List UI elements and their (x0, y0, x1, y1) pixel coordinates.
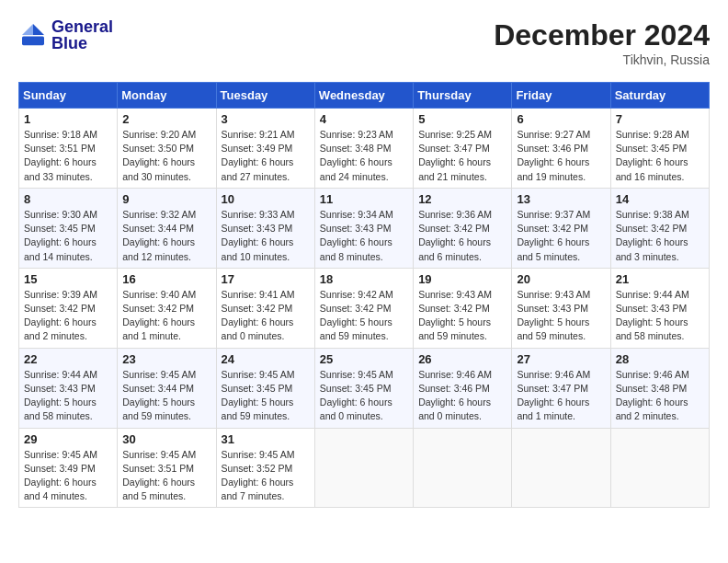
day-number: 6 (517, 112, 605, 126)
day-number: 30 (122, 432, 210, 446)
calendar-cell: 21Sunrise: 9:44 AMSunset: 3:43 PMDayligh… (610, 268, 709, 348)
col-header-wednesday: Wednesday (314, 83, 413, 109)
day-info: Sunrise: 9:38 AMSunset: 3:42 PMDaylight:… (616, 208, 704, 264)
logo-text: General Blue (51, 18, 113, 52)
day-number: 4 (320, 112, 408, 126)
calendar-cell: 30Sunrise: 9:45 AMSunset: 3:51 PMDayligh… (118, 428, 216, 508)
calendar-cell: 29Sunrise: 9:45 AMSunset: 3:49 PMDayligh… (19, 428, 118, 508)
day-number: 15 (24, 272, 112, 286)
logo: General Blue (18, 18, 113, 52)
calendar-cell: 11Sunrise: 9:34 AMSunset: 3:43 PMDayligh… (314, 188, 413, 268)
calendar-cell: 8Sunrise: 9:30 AMSunset: 3:45 PMDaylight… (19, 188, 118, 268)
calendar-cell: 26Sunrise: 9:46 AMSunset: 3:46 PMDayligh… (414, 348, 512, 428)
day-number: 24 (222, 352, 310, 366)
day-info: Sunrise: 9:32 AMSunset: 3:44 PMDaylight:… (122, 208, 210, 264)
calendar-cell: 7Sunrise: 9:28 AMSunset: 3:45 PMDaylight… (610, 109, 709, 189)
calendar-cell: 13Sunrise: 9:37 AMSunset: 3:42 PMDayligh… (512, 188, 610, 268)
location: Tikhvin, Russia (494, 52, 710, 67)
calendar-cell: 23Sunrise: 9:45 AMSunset: 3:44 PMDayligh… (118, 348, 216, 428)
day-info: Sunrise: 9:33 AMSunset: 3:43 PMDaylight:… (222, 208, 310, 264)
day-info: Sunrise: 9:30 AMSunset: 3:45 PMDaylight:… (24, 208, 112, 264)
day-info: Sunrise: 9:45 AMSunset: 3:45 PMDaylight:… (222, 368, 310, 424)
calendar-cell: 5Sunrise: 9:25 AMSunset: 3:47 PMDaylight… (414, 109, 512, 189)
day-info: Sunrise: 9:36 AMSunset: 3:42 PMDaylight:… (418, 208, 506, 264)
day-number: 26 (418, 352, 506, 366)
calendar-cell: 28Sunrise: 9:46 AMSunset: 3:48 PMDayligh… (610, 348, 709, 428)
col-header-saturday: Saturday (610, 83, 709, 109)
day-info: Sunrise: 9:46 AMSunset: 3:47 PMDaylight:… (517, 368, 605, 424)
calendar-cell: 19Sunrise: 9:43 AMSunset: 3:42 PMDayligh… (414, 268, 512, 348)
day-number: 29 (24, 432, 112, 446)
calendar-cell (610, 428, 709, 508)
col-header-sunday: Sunday (19, 83, 118, 109)
calendar-cell: 12Sunrise: 9:36 AMSunset: 3:42 PMDayligh… (414, 188, 512, 268)
calendar-cell: 31Sunrise: 9:45 AMSunset: 3:52 PMDayligh… (216, 428, 314, 508)
day-info: Sunrise: 9:45 AMSunset: 3:52 PMDaylight:… (222, 448, 310, 504)
calendar-cell: 17Sunrise: 9:41 AMSunset: 3:42 PMDayligh… (216, 268, 314, 348)
day-info: Sunrise: 9:45 AMSunset: 3:44 PMDaylight:… (122, 368, 210, 424)
calendar-cell: 24Sunrise: 9:45 AMSunset: 3:45 PMDayligh… (216, 348, 314, 428)
calendar-cell: 18Sunrise: 9:42 AMSunset: 3:42 PMDayligh… (314, 268, 413, 348)
day-number: 9 (122, 192, 210, 206)
logo-line2: Blue (51, 35, 113, 52)
calendar-table: SundayMondayTuesdayWednesdayThursdayFrid… (18, 82, 710, 508)
day-number: 10 (222, 192, 310, 206)
day-info: Sunrise: 9:43 AMSunset: 3:43 PMDaylight:… (517, 288, 605, 344)
day-number: 12 (418, 192, 506, 206)
day-info: Sunrise: 9:46 AMSunset: 3:48 PMDaylight:… (616, 368, 704, 424)
day-number: 14 (616, 192, 704, 206)
calendar-cell (512, 428, 610, 508)
calendar-cell: 1Sunrise: 9:18 AMSunset: 3:51 PMDaylight… (19, 109, 118, 189)
logo-line1: General (51, 18, 113, 35)
title-block: December 2024 Tikhvin, Russia (494, 18, 710, 67)
day-info: Sunrise: 9:43 AMSunset: 3:42 PMDaylight:… (418, 288, 506, 344)
col-header-thursday: Thursday (414, 83, 512, 109)
calendar-cell: 20Sunrise: 9:43 AMSunset: 3:43 PMDayligh… (512, 268, 610, 348)
day-info: Sunrise: 9:23 AMSunset: 3:48 PMDaylight:… (320, 128, 408, 184)
svg-rect-3 (22, 37, 44, 46)
day-number: 22 (24, 352, 112, 366)
day-info: Sunrise: 9:39 AMSunset: 3:42 PMDaylight:… (24, 288, 112, 344)
day-number: 20 (517, 272, 605, 286)
day-info: Sunrise: 9:40 AMSunset: 3:42 PMDaylight:… (122, 288, 210, 344)
calendar-cell: 14Sunrise: 9:38 AMSunset: 3:42 PMDayligh… (610, 188, 709, 268)
day-info: Sunrise: 9:20 AMSunset: 3:50 PMDaylight:… (122, 128, 210, 184)
day-number: 3 (222, 112, 310, 126)
logo-icon (18, 20, 48, 50)
day-number: 23 (122, 352, 210, 366)
day-number: 27 (517, 352, 605, 366)
day-info: Sunrise: 9:46 AMSunset: 3:46 PMDaylight:… (418, 368, 506, 424)
calendar-cell (414, 428, 512, 508)
calendar-cell: 9Sunrise: 9:32 AMSunset: 3:44 PMDaylight… (118, 188, 216, 268)
calendar-cell: 27Sunrise: 9:46 AMSunset: 3:47 PMDayligh… (512, 348, 610, 428)
day-number: 25 (320, 352, 408, 366)
calendar-cell: 22Sunrise: 9:44 AMSunset: 3:43 PMDayligh… (19, 348, 118, 428)
day-info: Sunrise: 9:44 AMSunset: 3:43 PMDaylight:… (616, 288, 704, 344)
day-info: Sunrise: 9:28 AMSunset: 3:45 PMDaylight:… (616, 128, 704, 184)
day-number: 1 (24, 112, 112, 126)
day-info: Sunrise: 9:42 AMSunset: 3:42 PMDaylight:… (320, 288, 408, 344)
day-number: 16 (122, 272, 210, 286)
day-info: Sunrise: 9:34 AMSunset: 3:43 PMDaylight:… (320, 208, 408, 264)
day-info: Sunrise: 9:18 AMSunset: 3:51 PMDaylight:… (24, 128, 112, 184)
day-info: Sunrise: 9:45 AMSunset: 3:49 PMDaylight:… (24, 448, 112, 504)
day-info: Sunrise: 9:27 AMSunset: 3:46 PMDaylight:… (517, 128, 605, 184)
day-number: 7 (616, 112, 704, 126)
day-number: 13 (517, 192, 605, 206)
calendar-week-row: 8Sunrise: 9:30 AMSunset: 3:45 PMDaylight… (19, 188, 710, 268)
calendar-header-row: SundayMondayTuesdayWednesdayThursdayFrid… (19, 83, 710, 109)
month-title: December 2024 (494, 18, 710, 52)
day-number: 8 (24, 192, 112, 206)
day-info: Sunrise: 9:45 AMSunset: 3:45 PMDaylight:… (320, 368, 408, 424)
page-header: General Blue December 2024 Tikhvin, Russ… (18, 18, 710, 67)
day-info: Sunrise: 9:44 AMSunset: 3:43 PMDaylight:… (24, 368, 112, 424)
calendar-cell: 3Sunrise: 9:21 AMSunset: 3:49 PMDaylight… (216, 109, 314, 189)
calendar-cell: 10Sunrise: 9:33 AMSunset: 3:43 PMDayligh… (216, 188, 314, 268)
calendar-week-row: 1Sunrise: 9:18 AMSunset: 3:51 PMDaylight… (19, 109, 710, 189)
day-info: Sunrise: 9:25 AMSunset: 3:47 PMDaylight:… (418, 128, 506, 184)
day-number: 17 (222, 272, 310, 286)
day-number: 11 (320, 192, 408, 206)
calendar-week-row: 15Sunrise: 9:39 AMSunset: 3:42 PMDayligh… (19, 268, 710, 348)
calendar-cell: 2Sunrise: 9:20 AMSunset: 3:50 PMDaylight… (118, 109, 216, 189)
day-number: 18 (320, 272, 408, 286)
